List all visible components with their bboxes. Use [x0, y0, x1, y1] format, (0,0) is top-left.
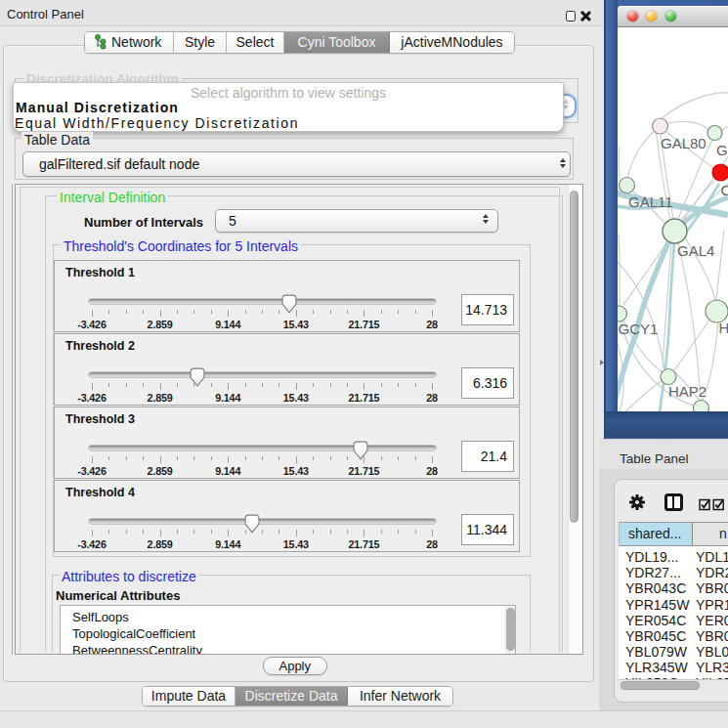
svg-text:GAL80: GAL80 [661, 135, 707, 151]
svg-text:HAP2: HAP2 [668, 383, 707, 400]
svg-text:GCY1: GCY1 [619, 321, 659, 337]
svg-text:C...: C... [721, 182, 728, 198]
svg-text:GAL4: GAL4 [677, 242, 714, 259]
svg-text:H: H [719, 320, 728, 336]
svg-text:G...: G... [716, 142, 728, 158]
svg-text:GAL11: GAL11 [628, 193, 673, 210]
